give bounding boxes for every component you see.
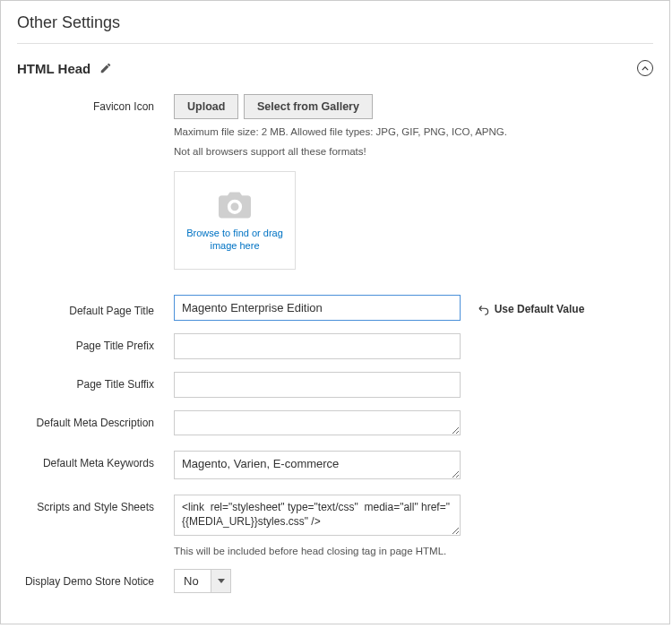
demo-notice-select[interactable]: No bbox=[174, 569, 231, 593]
default-title-input[interactable] bbox=[174, 295, 461, 321]
use-default-label: Use Default Value bbox=[495, 303, 585, 315]
section-title: HTML Head bbox=[17, 61, 90, 76]
favicon-hint-size: Maximum file size: 2 MB. Allowed file ty… bbox=[174, 125, 653, 139]
scripts-note: This will be included before head closin… bbox=[174, 546, 653, 556]
favicon-hint-browser: Not all browsers support all these forma… bbox=[174, 144, 653, 159]
upload-dropzone[interactable]: Browse to find or drag image here bbox=[174, 171, 296, 270]
meta-description-label: Default Meta Description bbox=[17, 410, 174, 429]
demo-notice-value: No bbox=[175, 570, 211, 592]
default-title-label: Default Page Title bbox=[17, 298, 174, 317]
chevron-down-icon bbox=[211, 570, 230, 592]
undo-icon bbox=[477, 303, 489, 315]
title-prefix-label: Page Title Prefix bbox=[17, 333, 174, 352]
upload-button[interactable]: Upload bbox=[174, 94, 238, 119]
title-prefix-input[interactable] bbox=[174, 333, 461, 359]
section-header[interactable]: HTML Head bbox=[1, 44, 669, 94]
camera-icon bbox=[215, 189, 254, 221]
meta-description-input[interactable] bbox=[174, 410, 461, 435]
favicon-label: Favicon Icon bbox=[17, 94, 174, 113]
title-suffix-input[interactable] bbox=[174, 372, 461, 398]
demo-notice-label: Display Demo Store Notice bbox=[17, 569, 174, 588]
use-default-button[interactable]: Use Default Value bbox=[477, 303, 585, 315]
meta-keywords-label: Default Meta Keywords bbox=[17, 451, 174, 469]
scripts-input[interactable]: <link rel="stylesheet" type="text/css" m… bbox=[174, 495, 461, 536]
select-gallery-button[interactable]: Select from Gallery bbox=[244, 94, 373, 119]
form-body: Favicon Icon Upload Select from Gallery … bbox=[1, 94, 669, 624]
meta-keywords-input[interactable]: Magento, Varien, E-commerce bbox=[174, 451, 461, 479]
pencil-icon[interactable] bbox=[99, 62, 112, 74]
scripts-label: Scripts and Style Sheets bbox=[17, 495, 174, 513]
collapse-icon[interactable] bbox=[637, 60, 653, 76]
page-title: Other Settings bbox=[1, 1, 669, 43]
title-suffix-label: Page Title Suffix bbox=[17, 372, 174, 391]
browse-link[interactable]: Browse to find or drag image here bbox=[182, 227, 288, 253]
